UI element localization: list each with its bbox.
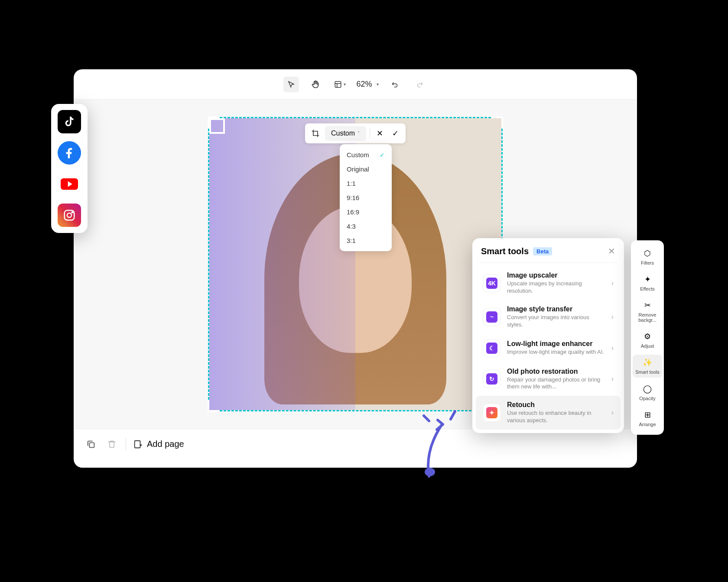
right-tool-adjust[interactable]: ⚙Adjust — [633, 329, 662, 351]
tool-label: Arrange — [639, 422, 656, 427]
smart-tool-title: Image upscaler — [507, 272, 605, 279]
tool-icon: ✨ — [642, 357, 653, 368]
close-icon[interactable]: ✕ — [608, 246, 615, 256]
tool-icon: ✂ — [642, 300, 653, 310]
social-export-panel — [51, 104, 88, 233]
svg-point-5 — [67, 213, 72, 217]
smart-tool-title: Image style transfer — [507, 305, 605, 313]
chevron-up-icon: ˄ — [358, 131, 360, 136]
smart-tool-icon: ☾ — [483, 339, 501, 357]
right-tool-arrange[interactable]: ⊞Arrange — [633, 407, 662, 430]
smart-tool-icon: 4K — [483, 274, 501, 292]
add-page-label: Add page — [147, 439, 184, 449]
delete-button[interactable] — [105, 437, 119, 451]
tool-label: Adjust — [641, 343, 654, 349]
tool-icon: ⊞ — [642, 410, 653, 420]
right-tool-effects[interactable]: ✦Effects — [633, 272, 662, 294]
crop-frame[interactable]: Custom ˄ ✕ ✓ Custom✓Original1:19:1616:94… — [208, 117, 503, 411]
undo-button[interactable] — [387, 77, 403, 92]
crop-preset-option[interactable]: Original — [340, 162, 392, 176]
tool-label: Remove backgr... — [634, 312, 661, 323]
chevron-right-icon: › — [611, 313, 614, 321]
tool-icon: ⬡ — [642, 248, 653, 259]
smart-tool-desc: Use retouch to enhance beauty in various… — [507, 410, 605, 424]
bottom-bar: Add page — [74, 429, 637, 459]
smart-tool-item[interactable]: 4KImage upscalerUpscale images by increa… — [476, 266, 621, 300]
crop-preset-option[interactable]: 9:16 — [340, 191, 392, 205]
comparison-overlay — [209, 118, 355, 410]
smart-tool-desc: Convert your images into various styles. — [507, 314, 605, 329]
tool-label: Smart tools — [635, 369, 660, 375]
confirm-crop-button[interactable]: ✓ — [389, 127, 401, 139]
tool-icon: ✦ — [642, 274, 653, 285]
crop-preset-label: Custom — [331, 129, 355, 137]
chevron-right-icon: › — [611, 279, 614, 287]
crop-toolbar: Custom ˄ ✕ ✓ — [305, 123, 406, 143]
layout-tool[interactable]: ▾ — [332, 77, 348, 92]
zoom-control[interactable]: 62% ▾ — [356, 80, 378, 89]
cancel-crop-button[interactable]: ✕ — [374, 127, 386, 139]
tiktok-icon[interactable] — [58, 110, 81, 133]
svg-rect-0 — [335, 81, 341, 87]
smart-tool-item[interactable]: ↻Old photo restorationRepair your damage… — [476, 362, 621, 396]
crop-preset-dropdown[interactable]: Custom ˄ — [325, 126, 366, 141]
right-tool-opacity[interactable]: ◯Opacity — [633, 381, 662, 404]
smart-tools-panel: Smart tools Beta ✕ 4KImage upscalerUpsca… — [472, 238, 624, 433]
smart-tool-item[interactable]: ☾Low-light image enhancerImprove low-lig… — [476, 334, 621, 362]
chevron-right-icon: › — [611, 409, 614, 417]
cursor-tool[interactable] — [283, 77, 299, 92]
right-tool-remove-backgr-[interactable]: ✂Remove backgr... — [633, 297, 662, 325]
redo-button[interactable] — [412, 77, 427, 92]
tool-label: Effects — [640, 286, 654, 291]
svg-rect-1 — [89, 443, 94, 447]
crop-preset-option[interactable]: 3:1 — [340, 233, 392, 248]
crop-preset-option[interactable]: Custom✓ — [340, 148, 392, 162]
right-tool-smart-tools[interactable]: ✨Smart tools — [633, 355, 662, 377]
smart-tool-item[interactable]: ~Image style transferConvert your images… — [476, 300, 621, 334]
smart-tools-header: Smart tools Beta ✕ — [472, 238, 624, 262]
zoom-value: 62% — [356, 80, 372, 89]
crop-preset-option[interactable]: 1:1 — [340, 176, 392, 191]
smart-tool-icon: ~ — [483, 308, 501, 326]
tool-label: Filters — [641, 260, 654, 265]
svg-point-6 — [72, 212, 73, 213]
beta-badge: Beta — [533, 247, 552, 255]
smart-tool-desc: Upscale images by increasing resolution. — [507, 280, 605, 295]
smart-tool-item[interactable]: ✦RetouchUse retouch to enhance beauty in… — [476, 396, 621, 430]
top-toolbar: ▾ 62% ▾ — [74, 69, 637, 100]
tool-icon: ◯ — [642, 384, 653, 394]
chevron-down-icon: ▾ — [344, 82, 346, 87]
smart-tools-title: Smart tools — [481, 246, 529, 256]
smart-tool-title: Low-light image enhancer — [507, 340, 605, 348]
annotation-arrow — [416, 403, 477, 481]
tool-icon: ⚙ — [642, 331, 653, 342]
chevron-right-icon: › — [611, 375, 614, 383]
smart-tool-desc: Repair your damaged photos or bring them… — [507, 376, 605, 391]
tool-label: Opacity — [639, 396, 655, 401]
smart-tool-title: Retouch — [507, 401, 605, 409]
crop-preset-menu: Custom✓Original1:19:1616:94:33:1 — [340, 144, 392, 251]
crop-icon — [309, 127, 322, 139]
smart-tool-desc: Improve low-light image quality with AI. — [507, 349, 605, 356]
instagram-icon[interactable] — [58, 204, 81, 227]
crop-preset-option[interactable]: 4:3 — [340, 219, 392, 233]
crop-preset-option[interactable]: 16:9 — [340, 205, 392, 219]
add-page-button[interactable]: Add page — [133, 439, 184, 449]
youtube-icon[interactable] — [58, 172, 81, 196]
chevron-right-icon: › — [611, 344, 614, 352]
smart-tool-icon: ↻ — [483, 370, 501, 388]
right-toolbar: ⬡Filters✦Effects✂Remove backgr...⚙Adjust… — [631, 240, 664, 435]
svg-point-7 — [425, 468, 435, 476]
smart-tool-title: Old photo restoration — [507, 368, 605, 375]
chevron-down-icon: ▾ — [377, 82, 379, 87]
duplicate-button[interactable] — [84, 437, 98, 451]
svg-rect-2 — [135, 440, 140, 448]
right-tool-filters[interactable]: ⬡Filters — [633, 246, 662, 268]
hand-tool[interactable] — [308, 77, 323, 92]
smart-tool-icon: ✦ — [483, 404, 501, 422]
facebook-icon[interactable] — [58, 141, 81, 165]
